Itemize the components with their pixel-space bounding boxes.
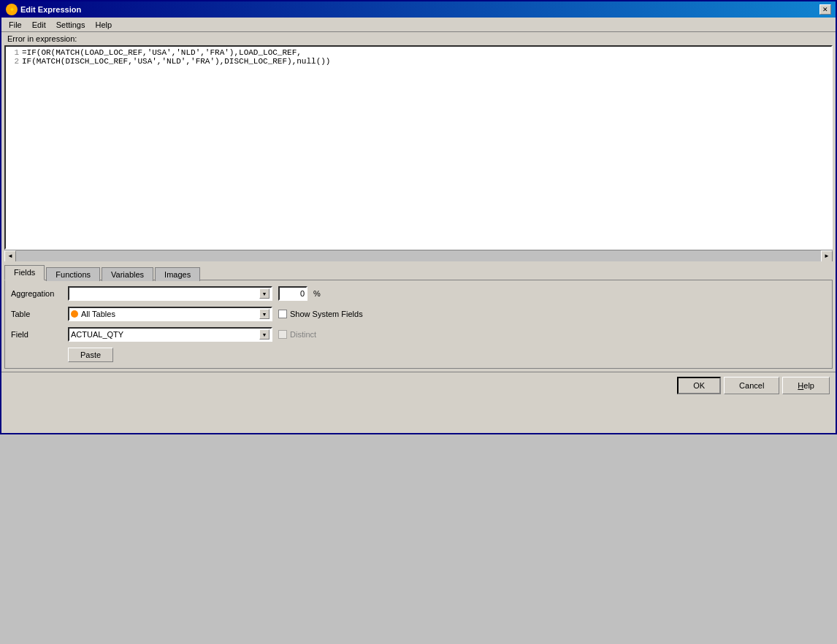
table-content: All Tables ▼ Show System Fields [68, 307, 826, 321]
title-bar: ✦ Edit Expression ✕ [1, 1, 836, 18]
aggregation-label: Aggregation [11, 289, 62, 298]
table-select[interactable]: All Tables ▼ [68, 307, 272, 321]
edit-expression-window: ✦ Edit Expression ✕ File Edit Settings H… [0, 0, 837, 434]
field-content: ACTUAL_QTY ▼ Distinct [68, 327, 826, 342]
aggregation-select[interactable]: ▼ [68, 286, 272, 301]
tab-functions-label: Functions [56, 270, 91, 279]
menu-help[interactable]: Help [91, 20, 116, 30]
error-bar: Error in expression: [1, 32, 836, 45]
cancel-button[interactable]: Cancel [724, 377, 779, 394]
fields-panel-content: Aggregation ▼ % Table All Tables [11, 286, 826, 362]
close-button[interactable]: ✕ [819, 4, 831, 15]
percent-symbol: % [313, 289, 321, 298]
field-label: Field [11, 330, 62, 339]
window-icon: ✦ [6, 4, 18, 15]
table-value: All Tables [81, 310, 259, 318]
tab-images-label: Images [164, 270, 191, 279]
distinct-label: Distinct [290, 330, 316, 339]
tab-fields[interactable]: Fields [4, 265, 45, 280]
tab-variables[interactable]: Variables [102, 267, 153, 281]
tab-variables-label: Variables [111, 270, 144, 279]
table-label: Table [11, 310, 62, 318]
percent-input[interactable] [278, 286, 307, 301]
menu-bar: File Edit Settings Help [1, 18, 836, 32]
line-number-1: 1 [7, 48, 22, 57]
scroll-track-h[interactable] [16, 250, 821, 262]
line-text-2: IF(MATCH(DISCH_LOC_REF,'USA','NLD','FRA'… [22, 57, 330, 66]
line-text-1: =IF(OR(MATCH(LOAD_LOC_REF,'USA','NLD','F… [22, 48, 302, 57]
table-orange-dot [71, 310, 78, 318]
field-value: ACTUAL_QTY [71, 330, 259, 339]
menu-edit[interactable]: Edit [28, 20, 50, 30]
expr-line-2: 2 IF(MATCH(DISCH_LOC_REF,'USA','NLD','FR… [7, 57, 830, 66]
distinct-area: Distinct [278, 330, 316, 339]
scroll-left-button[interactable]: ◄ [4, 250, 16, 262]
horizontal-scrollbar[interactable]: ◄ ► [4, 250, 833, 261]
title-bar-buttons: ✕ [819, 4, 831, 15]
tabs-area: Fields Functions Variables Images [1, 261, 836, 280]
menu-settings[interactable]: Settings [52, 20, 90, 30]
menu-file[interactable]: File [4, 20, 26, 30]
bottom-buttons: OK Cancel Help [1, 372, 836, 399]
show-system-fields-label: Show System Fields [290, 310, 363, 318]
error-text: Error in expression: [7, 34, 77, 43]
title-bar-left: ✦ Edit Expression [6, 4, 81, 15]
field-row: Field ACTUAL_QTY ▼ Distinct [11, 327, 826, 342]
line-number-2: 2 [7, 57, 22, 66]
paste-content: Paste [68, 348, 826, 362]
ok-button[interactable]: OK [677, 377, 721, 394]
table-dropdown-arrow[interactable]: ▼ [259, 309, 270, 319]
paste-button[interactable]: Paste [68, 348, 113, 362]
distinct-checkbox[interactable] [278, 330, 287, 339]
aggregation-row: Aggregation ▼ % [11, 286, 826, 301]
tab-functions[interactable]: Functions [46, 267, 100, 281]
tab-fields-label: Fields [14, 268, 35, 277]
aggregation-dropdown-arrow[interactable]: ▼ [259, 288, 270, 299]
expression-editor[interactable]: 1 =IF(OR(MATCH(LOAD_LOC_REF,'USA','NLD',… [4, 45, 833, 250]
table-row: Table All Tables ▼ Show System Fields [11, 307, 826, 321]
paste-row: Paste [11, 348, 826, 362]
show-system-fields-checkbox[interactable] [278, 310, 287, 318]
help-button[interactable]: Help [782, 377, 830, 394]
show-system-fields-area: Show System Fields [278, 310, 363, 318]
fields-panel: Aggregation ▼ % Table All Tables [4, 280, 833, 369]
field-select[interactable]: ACTUAL_QTY ▼ [68, 327, 272, 342]
tab-images[interactable]: Images [155, 267, 200, 281]
expression-content: 1 =IF(OR(MATCH(LOAD_LOC_REF,'USA','NLD',… [7, 48, 830, 66]
aggregation-content: ▼ % [68, 286, 826, 301]
expr-line-1: 1 =IF(OR(MATCH(LOAD_LOC_REF,'USA','NLD',… [7, 48, 830, 57]
field-dropdown-arrow[interactable]: ▼ [259, 329, 270, 340]
window-title: Edit Expression [20, 5, 81, 14]
scroll-right-button[interactable]: ► [821, 250, 833, 262]
